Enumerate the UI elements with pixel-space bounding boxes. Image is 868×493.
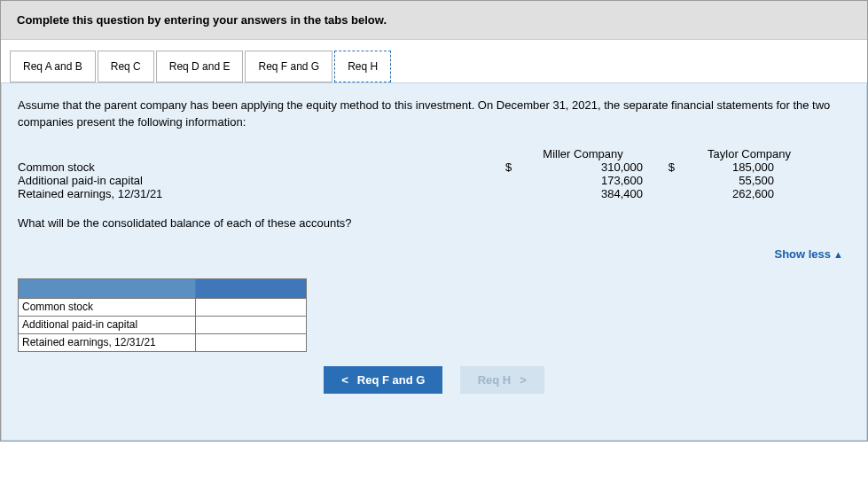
- next-button-label: Req H: [478, 373, 512, 387]
- question-container: Complete this question by entering your …: [0, 0, 868, 442]
- tab-label: Req C: [111, 60, 141, 73]
- prev-button-label: Req F and G: [357, 373, 426, 387]
- tab-label: Req F and G: [258, 60, 319, 73]
- data-table: Miller Company Taylor Company Common sto…: [18, 147, 850, 200]
- answer-header-label: [19, 278, 196, 298]
- instruction-bar: Complete this question by entering your …: [1, 1, 867, 40]
- cell-value: 384,400: [527, 187, 643, 200]
- answer-row-label: Additional paid-in capital: [19, 316, 196, 333]
- chevron-right-icon: >: [520, 373, 527, 387]
- tab-req-d-e[interactable]: Req D and E: [156, 51, 244, 82]
- content-panel: Assume that the parent company has been …: [1, 82, 867, 441]
- row-label: Additional paid-in capital: [18, 174, 505, 187]
- show-less-link[interactable]: Show less ▲: [774, 247, 843, 261]
- triangle-up-icon: ▲: [831, 249, 843, 260]
- table-row: Retained earnings, 12/31/21: [19, 333, 307, 351]
- tab-label: Req H: [348, 60, 378, 73]
- spacer: [18, 147, 505, 160]
- currency-symbol: $: [643, 160, 678, 174]
- answer-table: Common stock Additional paid-in capital …: [18, 278, 307, 352]
- currency-symbol: [643, 187, 678, 200]
- table-row: Common stock: [19, 298, 307, 316]
- row-label: Retained earnings, 12/31/21: [18, 187, 505, 200]
- tabs-row: Req A and B Req C Req D and E Req F and …: [1, 40, 867, 82]
- answer-row-label: Retained earnings, 12/31/21: [19, 333, 196, 351]
- row-label: Common stock: [18, 160, 505, 174]
- show-less-label: Show less: [774, 247, 831, 261]
- answer-input-apic[interactable]: [196, 317, 306, 333]
- nav-row: <Req F and G Req H>: [18, 352, 850, 394]
- table-row: Additional paid-in capital: [19, 316, 307, 333]
- tab-req-h[interactable]: Req H: [334, 51, 391, 82]
- tab-req-c[interactable]: Req C: [98, 51, 154, 82]
- tab-label: Req A and B: [23, 60, 82, 73]
- instruction-text: Complete this question by entering your …: [17, 13, 387, 27]
- currency-symbol: [505, 174, 527, 187]
- answer-row-label: Common stock: [19, 298, 196, 316]
- cell-value: 55,500: [678, 174, 802, 187]
- currency-symbol: [643, 174, 678, 187]
- answer-input-retained[interactable]: [196, 334, 306, 351]
- show-less-row: Show less ▲: [18, 239, 850, 278]
- currency-symbol: [505, 187, 527, 200]
- tab-req-f-g[interactable]: Req F and G: [245, 51, 332, 82]
- cell-value: 185,000: [678, 160, 802, 174]
- cell-value: 173,600: [527, 174, 643, 187]
- question-line: What will be the consolidated balance of…: [18, 216, 850, 230]
- cell-value: 310,000: [527, 160, 643, 174]
- column-header-taylor: Taylor Company: [661, 147, 838, 160]
- tab-req-a-b[interactable]: Req A and B: [10, 51, 96, 82]
- answer-header-input: [196, 278, 307, 298]
- answer-input-common-stock[interactable]: [196, 299, 306, 316]
- currency-symbol: $: [505, 160, 527, 174]
- tab-label: Req D and E: [169, 60, 231, 73]
- column-header-miller: Miller Company: [505, 147, 661, 160]
- prev-button[interactable]: <Req F and G: [324, 366, 442, 394]
- intro-paragraph: Assume that the parent company has been …: [18, 98, 850, 131]
- next-button[interactable]: Req H>: [460, 366, 544, 394]
- chevron-left-icon: <: [341, 373, 348, 387]
- cell-value: 262,600: [678, 187, 802, 200]
